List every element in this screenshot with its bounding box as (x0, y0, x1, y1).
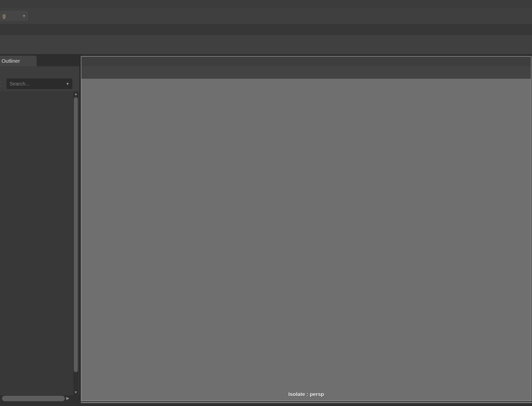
chevron-down-icon: ▼ (66, 82, 69, 86)
scrollbar-thumb[interactable] (2, 396, 65, 401)
viewport-canvas[interactable]: Isolate : persp (81, 79, 531, 401)
outliner-tab[interactable]: Outliner (0, 56, 37, 66)
workspace-dropdown-value: g (3, 13, 6, 19)
outliner-search-row: ▸▸ Search... ▼ (0, 76, 79, 91)
timeline-panel-edge (81, 402, 532, 403)
bottom-strip (0, 401, 532, 406)
outliner-panel: Outliner ▸▸ Search... ▼ ▲ ▼ ▶ ··········… (0, 55, 79, 406)
viewport-toolbar (81, 66, 531, 79)
scene-svg (81, 79, 531, 401)
search-input[interactable]: Search... ▼ (7, 78, 72, 89)
scrollbar-thumb[interactable] (74, 97, 78, 372)
outliner-list (0, 91, 73, 395)
main-area: Outliner ▸▸ Search... ▼ ▲ ▼ ▶ ··········… (0, 55, 532, 401)
viewport-panel: Isolate : persp (81, 56, 531, 401)
chevron-down-icon: ▼ (22, 14, 26, 18)
scroll-up-icon[interactable]: ▲ (73, 92, 78, 96)
shelf-tabs (0, 24, 532, 35)
outliner-horizontal-scrollbar[interactable]: ▶ (0, 395, 79, 402)
workspace-dropdown[interactable]: g ▼ (0, 11, 28, 21)
menubar (0, 0, 532, 8)
search-placeholder: Search... (10, 81, 30, 87)
outliner-menubar (0, 66, 79, 76)
status-line: g ▼ (0, 8, 532, 24)
shelf-icon-row (0, 35, 532, 55)
filter-icon[interactable]: ▸▸ (0, 79, 5, 88)
outliner-vertical-scrollbar[interactable]: ▲ ▼ (73, 91, 78, 395)
scroll-down-icon[interactable]: ▼ (73, 390, 78, 394)
viewport-menubar (81, 57, 531, 66)
outliner-tabbar: Outliner (0, 55, 79, 66)
isolate-hud-text: Isolate : persp (81, 391, 531, 397)
scroll-right-icon[interactable]: ▶ (66, 396, 69, 400)
